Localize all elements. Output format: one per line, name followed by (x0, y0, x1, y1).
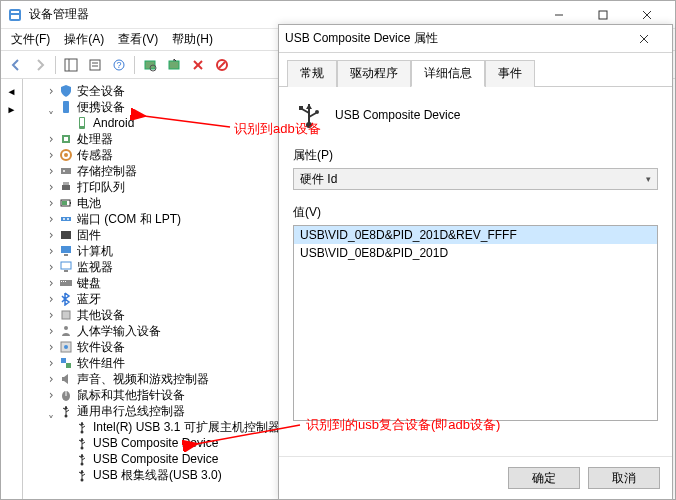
expand-icon[interactable]: › (45, 195, 57, 211)
expand-icon[interactable]: › (45, 211, 57, 227)
nav-back-icon[interactable]: ◄ (4, 83, 20, 99)
firmware-icon (58, 227, 74, 243)
tree-item-label: 传感器 (77, 147, 113, 163)
expand-icon[interactable]: › (45, 227, 57, 243)
port-icon (58, 211, 74, 227)
collapse-icon[interactable]: ˬ (45, 403, 57, 419)
monitor-icon (58, 259, 74, 275)
svg-point-82 (315, 110, 319, 114)
tab-details[interactable]: 详细信息 (411, 60, 485, 87)
help-button[interactable]: ? (108, 54, 130, 76)
svg-line-20 (219, 62, 225, 68)
svg-rect-51 (61, 358, 66, 363)
properties-button[interactable] (84, 54, 106, 76)
tree-item-label: 打印队列 (77, 179, 125, 195)
expand-icon[interactable]: › (45, 339, 57, 355)
expand-icon[interactable]: › (45, 131, 57, 147)
tree-item-label: 软件组件 (77, 355, 125, 371)
usb-icon (74, 435, 90, 451)
svg-rect-46 (65, 281, 66, 282)
svg-rect-41 (61, 262, 71, 269)
cancel-button[interactable]: 取消 (588, 467, 660, 489)
menu-view[interactable]: 查看(V) (114, 31, 162, 48)
svg-rect-4 (599, 11, 607, 19)
usb-icon (74, 467, 90, 483)
expand-icon[interactable]: › (45, 259, 57, 275)
uninstall-button[interactable] (187, 54, 209, 76)
printer-icon (58, 179, 74, 195)
tree-item-label: Android (93, 115, 134, 131)
forward-button[interactable] (29, 54, 51, 76)
tree-item-label: 通用串行总线控制器 (77, 403, 185, 419)
usb-icon (58, 403, 74, 419)
property-value: 硬件 Id (300, 171, 337, 188)
tree-item-label: 蓝牙 (77, 291, 101, 307)
usb-icon (74, 419, 90, 435)
svg-rect-52 (66, 363, 71, 368)
expand-icon[interactable]: › (45, 275, 57, 291)
tree-item-label: 电池 (77, 195, 101, 211)
show-hide-tree-button[interactable] (60, 54, 82, 76)
expand-icon[interactable]: › (45, 163, 57, 179)
svg-rect-47 (62, 311, 70, 319)
tab-events[interactable]: 事件 (485, 60, 535, 87)
list-item[interactable]: USB\VID_0E8D&PID_201D (294, 244, 657, 262)
expand-icon[interactable]: › (45, 83, 57, 99)
collapse-icon[interactable]: ˬ (45, 99, 57, 115)
svg-rect-38 (61, 231, 71, 239)
svg-point-37 (67, 218, 69, 220)
disable-button[interactable] (211, 54, 233, 76)
device-icon (58, 99, 74, 115)
other-icon (58, 307, 74, 323)
svg-point-36 (63, 218, 65, 220)
nav-fwd-icon[interactable]: ► (4, 101, 20, 117)
ok-button[interactable]: 确定 (508, 467, 580, 489)
tree-item-label: 鼠标和其他指针设备 (77, 387, 185, 403)
expand-icon[interactable]: › (45, 323, 57, 339)
svg-rect-7 (65, 59, 77, 71)
computer-icon (58, 243, 74, 259)
expand-icon[interactable]: › (45, 307, 57, 323)
dialog-tabs: 常规 驱动程序 详细信息 事件 (279, 53, 672, 87)
expand-icon[interactable]: › (45, 243, 57, 259)
scan-button[interactable] (139, 54, 161, 76)
property-combo[interactable]: 硬件 Id ▾ (293, 168, 658, 190)
bluetooth-icon (58, 291, 74, 307)
update-driver-button[interactable] (163, 54, 185, 76)
back-button[interactable] (5, 54, 27, 76)
storage-icon (58, 163, 74, 179)
svg-rect-16 (169, 61, 179, 69)
menu-file[interactable]: 文件(F) (7, 31, 54, 48)
value-listbox[interactable]: USB\VID_0E8D&PID_201D&REV_FFFF USB\VID_0… (293, 225, 658, 421)
dialog-close-button[interactable] (622, 25, 666, 53)
svg-rect-35 (61, 217, 71, 221)
expand-icon[interactable]: › (45, 291, 57, 307)
tree-item-label: USB 根集线器(USB 3.0) (93, 467, 222, 483)
expand-icon[interactable]: › (45, 355, 57, 371)
svg-rect-45 (63, 281, 64, 282)
tree-item-label: 处理器 (77, 131, 113, 147)
svg-rect-30 (62, 185, 70, 190)
tree-item-label: USB Composite Device (93, 451, 218, 467)
svg-rect-31 (63, 182, 69, 185)
expand-icon[interactable]: › (45, 387, 57, 403)
menu-action[interactable]: 操作(A) (60, 31, 108, 48)
menu-help[interactable]: 帮助(H) (168, 31, 217, 48)
svg-rect-33 (70, 202, 71, 204)
list-item[interactable]: USB\VID_0E8D&PID_201D&REV_FFFF (294, 226, 657, 244)
svg-line-79 (302, 109, 309, 113)
tree-item-label: 其他设备 (77, 307, 125, 323)
svg-rect-34 (62, 201, 67, 205)
properties-dialog: USB Composite Device 属性 常规 驱动程序 详细信息 事件 … (278, 24, 673, 500)
svg-point-48 (64, 326, 68, 330)
svg-rect-23 (80, 118, 84, 126)
keyboard-icon (58, 275, 74, 291)
tab-driver[interactable]: 驱动程序 (337, 60, 411, 87)
expand-icon[interactable]: › (45, 147, 57, 163)
svg-rect-9 (90, 60, 100, 70)
expand-icon[interactable]: › (45, 179, 57, 195)
svg-rect-40 (64, 254, 68, 256)
expand-icon[interactable]: › (45, 371, 57, 387)
tree-item-label: 监视器 (77, 259, 113, 275)
tab-general[interactable]: 常规 (287, 60, 337, 87)
